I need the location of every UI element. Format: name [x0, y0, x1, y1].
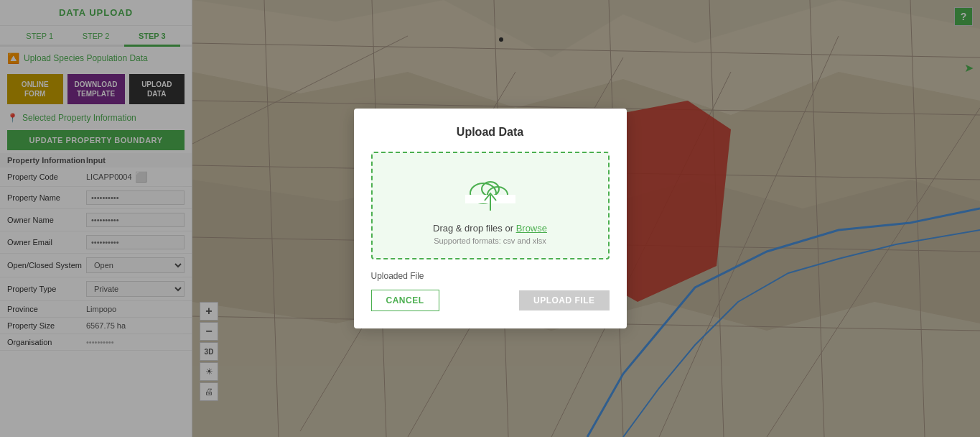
drop-text: Drag & drop files or Browse: [433, 223, 547, 234]
supported-formats-text: Supported formats: csv and xlsx: [434, 236, 546, 245]
modal-title: Upload Data: [371, 126, 610, 139]
cancel-button[interactable]: CANCEL: [371, 290, 439, 311]
file-drop-zone[interactable]: Drag & drop files or Browse Supported fo…: [371, 152, 610, 259]
uploaded-file-label: Uploaded File: [371, 271, 610, 281]
upload-file-button[interactable]: UPLOAD FILE: [519, 290, 610, 310]
browse-link[interactable]: Browse: [516, 223, 547, 234]
modal-actions: CANCEL UPLOAD FILE: [371, 290, 610, 311]
upload-modal: Upload Data Drag & drop files or Browse …: [354, 109, 627, 328]
cloud-upload-icon: [465, 173, 515, 216]
modal-overlay: Upload Data Drag & drop files or Browse …: [0, 0, 980, 437]
